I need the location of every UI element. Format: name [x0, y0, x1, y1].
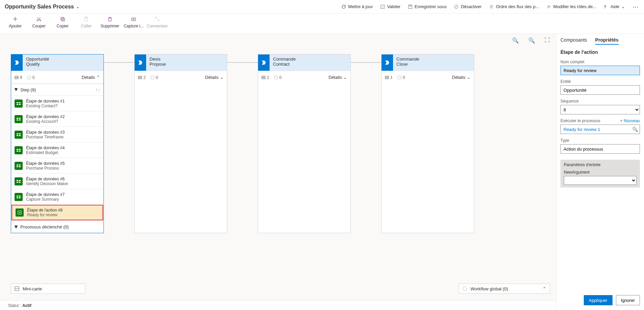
stage-entity: Commande [273, 57, 347, 62]
tab-properties[interactable]: Propriétés [595, 37, 619, 45]
refresh-button[interactable]: Mettre à jour [341, 4, 373, 9]
stage-propose[interactable]: Devis Propose 2 0 Détails ⌄ [134, 54, 227, 233]
execute-process-input[interactable] [560, 125, 640, 134]
stage-name: Contract [273, 62, 347, 67]
svg-line-15 [37, 17, 40, 20]
details-toggle[interactable]: Détails ⌄ [328, 75, 347, 80]
connector-button[interactable]: Connecteur [145, 16, 169, 28]
roles-button[interactable]: Modifier les rôles de... [547, 4, 596, 9]
chevron-up-icon: ⌃ [543, 286, 546, 291]
scissors-icon [36, 16, 42, 22]
type-input[interactable] [560, 144, 640, 154]
svg-point-71 [463, 287, 467, 291]
deactivate-button[interactable]: Désactiver [454, 4, 481, 9]
help-icon: ? [604, 4, 608, 9]
branch-count: 0 [27, 75, 35, 80]
chevron-down-icon[interactable]: ⌄ [76, 4, 79, 9]
label-entity: Entité [560, 79, 640, 84]
svg-rect-18 [85, 17, 88, 21]
params-header: Paramètres d'entrée [564, 162, 637, 167]
triggered-process-row[interactable]: Processus déclenché (0) [11, 221, 104, 233]
order-button[interactable]: Ordre des flux des p... [489, 4, 539, 9]
svg-line-4 [455, 5, 458, 8]
svg-rect-23 [132, 18, 136, 21]
param-select[interactable] [564, 176, 637, 185]
svg-rect-17 [62, 18, 65, 21]
svg-rect-40 [19, 133, 21, 134]
help-button[interactable]: ? Aide ⌄ [604, 4, 625, 9]
chevron-up-icon: ⌃ [96, 75, 100, 80]
add-button[interactable]: Ajouter [3, 16, 27, 28]
entity-input[interactable] [560, 85, 640, 95]
validate-button[interactable]: Valider [380, 4, 400, 9]
display-name-input[interactable] [560, 66, 640, 75]
step-row[interactable]: Étape de données #2Existing Account? [11, 111, 104, 127]
deactivate-icon [454, 4, 459, 9]
sequence-select[interactable]: 8 [560, 105, 640, 114]
more-button[interactable]: ⋯ [632, 3, 639, 10]
svg-rect-28 [15, 76, 18, 77]
save-as-button[interactable]: Enregistrer sous [408, 4, 447, 9]
svg-line-27 [156, 18, 158, 20]
step-row[interactable]: Étape de données #1Existing Contact? [11, 95, 104, 111]
stage-qualify[interactable]: Opportunité Qualify 8 0 Détails ⌃ Step [11, 54, 104, 233]
status-value: Actif [22, 303, 31, 308]
details-toggle[interactable]: Détails ⌄ [452, 75, 470, 80]
data-step-icon [15, 162, 23, 170]
svg-rect-51 [17, 180, 18, 181]
svg-rect-64 [262, 78, 265, 79]
cut-button[interactable]: Couper [27, 16, 51, 28]
step-row[interactable]: Étape de données #5Purchase Process [11, 158, 104, 173]
step-row[interactable]: Étape de données #7Capture Summary [11, 189, 104, 204]
data-step-icon [15, 99, 23, 108]
data-step-icon [15, 131, 23, 139]
tab-components[interactable]: Composants [560, 37, 587, 45]
step-row[interactable]: Étape de données #6Identify Decision Mak… [11, 173, 104, 189]
copy-icon [59, 16, 66, 22]
svg-rect-60 [138, 76, 142, 77]
step-count: 1 [385, 75, 393, 80]
step-count: 2 [261, 75, 269, 80]
stage-contract[interactable]: Commande Contract 2 0 Détails ⌄ [258, 54, 351, 233]
details-toggle[interactable]: Détails ⌃ [82, 75, 100, 80]
stage-icon [135, 54, 146, 71]
chevron-down-icon: ⌄ [621, 4, 625, 9]
apply-button[interactable]: Appliquer [584, 295, 613, 305]
paste-button[interactable]: Coller [74, 16, 98, 28]
data-step-icon [15, 177, 23, 185]
svg-rect-42 [19, 135, 21, 136]
svg-point-68 [398, 76, 401, 79]
stage-icon [258, 54, 270, 71]
list-icon [489, 4, 494, 9]
step-row-selected[interactable]: Étape de l'action #8Ready for review [12, 205, 103, 220]
zoom-in-icon[interactable]: 🔍 [512, 37, 519, 44]
collapse-icon [15, 225, 18, 228]
details-toggle[interactable]: Détails ⌄ [205, 75, 224, 80]
new-process-link[interactable]: + Nouveau [620, 118, 640, 123]
svg-rect-0 [381, 5, 385, 8]
svg-rect-55 [17, 196, 18, 197]
label-type: Type [560, 138, 640, 143]
svg-point-8 [548, 5, 549, 7]
stage-close[interactable]: Commande Close 1 0 Détails ⌄ [381, 54, 474, 233]
zoom-out-icon[interactable]: 🔍 [528, 37, 535, 44]
process-canvas[interactable]: 🔍 🔍 ⛶ Opportunité Qualify [0, 34, 556, 310]
minimap-toggle[interactable]: Mini-carte [11, 284, 85, 294]
step-row[interactable]: Étape de données #4Estimated Budget [11, 142, 104, 158]
delete-button[interactable]: Supprimer [98, 16, 122, 28]
reorder-arrows[interactable]: ↑↓ [95, 87, 100, 92]
snapshot-button[interactable]: Capture i... [122, 16, 145, 28]
svg-rect-41 [17, 135, 18, 136]
step-row[interactable]: Étape de données #3Purchase Timeframe [11, 127, 104, 142]
fit-icon[interactable]: ⛶ [545, 37, 550, 44]
search-icon[interactable]: 🔍 [632, 127, 638, 132]
collapse-icon[interactable] [15, 88, 18, 91]
svg-rect-33 [17, 104, 18, 105]
ignore-button[interactable]: Ignorer [616, 295, 640, 305]
svg-rect-53 [17, 182, 18, 183]
copy-button[interactable]: Copier [51, 16, 74, 28]
label-display-name: Nom complet [560, 60, 640, 64]
global-workflow-toggle[interactable]: Workflow global (0) ⌃ [459, 284, 550, 294]
svg-rect-34 [19, 104, 21, 105]
page-title: Opportunity Sales Process [5, 4, 74, 10]
